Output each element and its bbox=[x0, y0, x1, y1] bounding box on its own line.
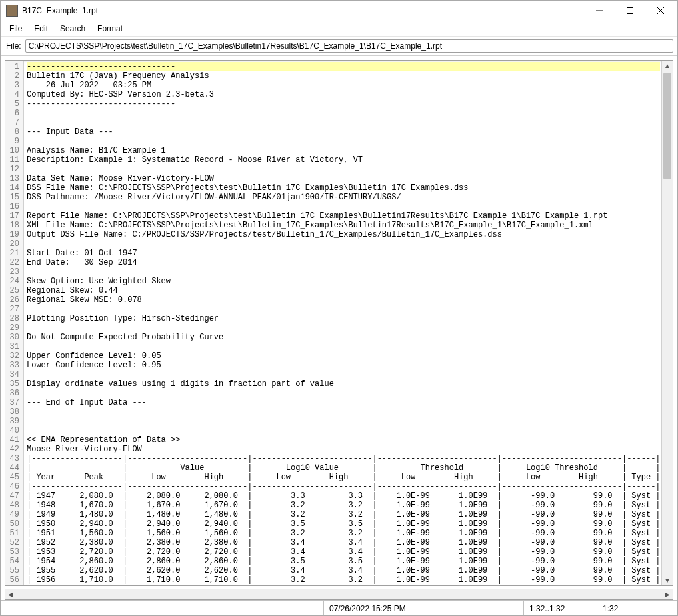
menu-search[interactable]: Search bbox=[54, 23, 91, 35]
line-number: 15 bbox=[5, 193, 19, 202]
code-line: XML File Name: C:\PROJECTS\SSP\Projects\… bbox=[27, 221, 660, 230]
vertical-scrollbar[interactable]: ▲ ▼ bbox=[661, 61, 673, 586]
line-number: 47 bbox=[5, 491, 19, 501]
code-line: Plotting Position Type: Hirsch-Stedinger bbox=[27, 314, 660, 323]
code-line: | 1957 1,370.0 | 1,370.0 1,370.0 | 3.1 3… bbox=[27, 585, 660, 586]
menu-format[interactable]: Format bbox=[91, 23, 129, 35]
line-number: 29 bbox=[5, 323, 19, 333]
text-editor[interactable]: 1234567891011121314151617181920212223242… bbox=[5, 60, 673, 587]
line-number: 19 bbox=[5, 230, 19, 239]
menu-edit[interactable]: Edit bbox=[28, 23, 54, 35]
window-title: B17C_Example_1.rpt bbox=[22, 6, 584, 15]
scroll-left-arrow-icon[interactable]: ◀ bbox=[5, 589, 16, 599]
code-line: Regional Skew MSE: 0.078 bbox=[27, 295, 660, 305]
statusbar: 07/26/2022 15:25 PM 1:32..1:32 1:32 bbox=[1, 600, 677, 615]
line-number: 28 bbox=[5, 314, 19, 323]
code-line: Computed By: HEC-SSP Version 2.3-beta.3 bbox=[27, 90, 660, 99]
minimize-button[interactable] bbox=[584, 1, 615, 21]
code-line bbox=[27, 305, 660, 314]
code-line: Skew Option: Use Weighted Skew bbox=[27, 277, 660, 286]
code-line: Do Not Compute Expected Probability Curv… bbox=[27, 333, 660, 342]
line-number: 35 bbox=[5, 379, 19, 389]
code-line: | 1947 2,080.0 | 2,080.0 2,080.0 | 3.3 3… bbox=[27, 491, 660, 501]
file-path-input[interactable] bbox=[25, 39, 673, 53]
line-number: 57 bbox=[5, 585, 19, 586]
status-cell-cursor: 1:32 bbox=[597, 601, 677, 615]
line-number: 27 bbox=[5, 305, 19, 314]
line-number: 6 bbox=[5, 109, 19, 118]
code-line bbox=[27, 417, 660, 426]
line-number: 53 bbox=[5, 547, 19, 557]
line-number: 52 bbox=[5, 538, 19, 547]
code-line: Moose River-Victory-FLOW bbox=[27, 445, 660, 454]
code-line: DSS Pathname: /Moose River/Victory/FLOW-… bbox=[27, 193, 660, 202]
line-number: 9 bbox=[5, 137, 19, 146]
menu-file[interactable]: File bbox=[3, 23, 28, 35]
line-number: 46 bbox=[5, 482, 19, 491]
code-line: End Date: 30 Sep 2014 bbox=[27, 258, 660, 267]
code-line: | 1948 1,670.0 | 1,670.0 1,670.0 | 3.2 3… bbox=[27, 501, 660, 510]
code-line: ------------------------------- bbox=[27, 99, 660, 109]
line-number: 44 bbox=[5, 463, 19, 473]
code-line bbox=[27, 370, 660, 379]
code-line: | 1952 2,380.0 | 2,380.0 2,380.0 | 3.4 3… bbox=[27, 538, 660, 547]
svg-rect-0 bbox=[627, 8, 633, 14]
line-number: 38 bbox=[5, 407, 19, 417]
code-line: Bulletin 17C (Java) Frequency Analysis bbox=[27, 71, 660, 81]
line-number: 8 bbox=[5, 127, 19, 137]
maximize-icon bbox=[627, 7, 633, 14]
scroll-up-arrow-icon[interactable]: ▲ bbox=[662, 61, 673, 71]
code-line: | 1951 1,560.0 | 1,560.0 1,560.0 | 3.2 3… bbox=[27, 529, 660, 538]
code-line: Display ordinate values using 1 digits i… bbox=[27, 379, 660, 389]
menubar: File Edit Search Format bbox=[1, 21, 677, 37]
line-number: 54 bbox=[5, 557, 19, 566]
line-number: 33 bbox=[5, 361, 19, 370]
code-area[interactable]: -------------------------------Bulletin … bbox=[24, 61, 661, 586]
code-line: DSS File Name: C:\PROJECTS\SSP\Projects\… bbox=[27, 183, 660, 193]
code-line: --- End of Input Data --- bbox=[27, 398, 660, 407]
code-line: | 1956 1,710.0 | 1,710.0 1,710.0 | 3.2 3… bbox=[27, 575, 660, 585]
line-number: 43 bbox=[5, 454, 19, 463]
minimize-icon bbox=[596, 7, 603, 14]
line-number: 16 bbox=[5, 202, 19, 211]
code-line: ------------------------------- bbox=[27, 62, 660, 71]
code-line: | Year Peak | Low High | Low High | Low … bbox=[27, 473, 660, 482]
line-number: 50 bbox=[5, 519, 19, 529]
code-line bbox=[27, 118, 660, 127]
hscroll-track[interactable] bbox=[16, 590, 662, 598]
code-line: | 1950 2,940.0 | 2,940.0 2,940.0 | 3.5 3… bbox=[27, 519, 660, 529]
line-number: 22 bbox=[5, 258, 19, 267]
line-number: 31 bbox=[5, 342, 19, 351]
status-cell-selection: 1:32..1:32 bbox=[524, 601, 597, 615]
line-number: 37 bbox=[5, 398, 19, 407]
file-path-row: File: bbox=[1, 37, 677, 56]
code-line: | | Value | Log10 Value | Threshold | Lo… bbox=[27, 463, 660, 473]
line-number: 36 bbox=[5, 389, 19, 398]
code-line: Data Set Name: Moose River-Victory-FLOW bbox=[27, 174, 660, 183]
code-line bbox=[27, 407, 660, 417]
horizontal-scrollbar[interactable]: ◀ ▶ bbox=[5, 589, 673, 600]
line-number: 56 bbox=[5, 575, 19, 585]
close-button[interactable] bbox=[645, 1, 676, 21]
window-controls bbox=[584, 1, 676, 21]
line-number: 13 bbox=[5, 174, 19, 183]
code-line: Description: Example 1: Systematic Recor… bbox=[27, 155, 660, 165]
line-number: 4 bbox=[5, 90, 19, 99]
line-number: 32 bbox=[5, 351, 19, 361]
code-line: | 1954 2,860.0 | 2,860.0 2,860.0 | 3.5 3… bbox=[27, 557, 660, 566]
scroll-down-arrow-icon[interactable]: ▼ bbox=[662, 575, 673, 585]
line-number: 26 bbox=[5, 295, 19, 305]
line-number: 1 bbox=[5, 62, 19, 71]
app-icon bbox=[6, 5, 18, 17]
scroll-thumb[interactable] bbox=[663, 73, 671, 179]
line-number: 48 bbox=[5, 501, 19, 510]
scroll-right-arrow-icon[interactable]: ▶ bbox=[662, 589, 673, 599]
code-line: | 1949 1,480.0 | 1,480.0 1,480.0 | 3.2 3… bbox=[27, 510, 660, 519]
code-line bbox=[27, 342, 660, 351]
code-line bbox=[27, 202, 660, 211]
maximize-button[interactable] bbox=[615, 1, 645, 21]
line-number: 30 bbox=[5, 333, 19, 342]
code-line: 26 Jul 2022 03:25 PM bbox=[27, 81, 660, 90]
line-number: 12 bbox=[5, 165, 19, 174]
line-number: 49 bbox=[5, 510, 19, 519]
